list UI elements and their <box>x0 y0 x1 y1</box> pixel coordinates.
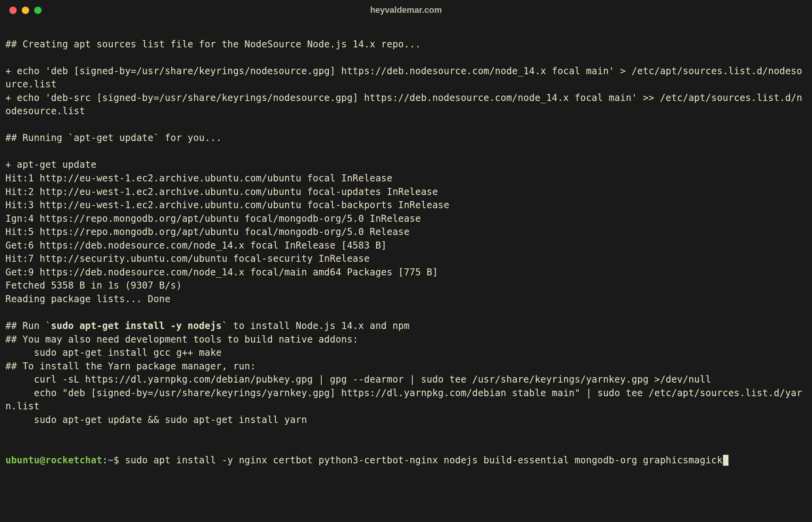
minimize-icon[interactable] <box>22 7 29 14</box>
run-line-suffix: ` to install Node.js 14.x and npm <box>222 320 409 331</box>
prompt-colon: : <box>102 455 108 466</box>
prompt-user-host: ubuntu@rocketchat <box>5 455 102 466</box>
titlebar: heyvaldemar.com <box>0 0 812 20</box>
zoom-icon[interactable] <box>34 7 42 14</box>
terminal-window: heyvaldemar.com ## Creating apt sources … <box>0 0 812 522</box>
run-line-bold: sudo apt-get install -y nodejs <box>51 320 221 331</box>
window-title: heyvaldemar.com <box>0 5 812 15</box>
close-icon[interactable] <box>9 7 17 14</box>
cursor-icon <box>723 455 728 466</box>
terminal-output[interactable]: ## Creating apt sources list file for th… <box>0 20 812 472</box>
post-run-lines: ## You may also need development tools t… <box>5 334 802 425</box>
prompt-dollar: $ <box>113 455 125 466</box>
terminal-lines: ## Creating apt sources list file for th… <box>5 39 802 304</box>
traffic-lights <box>9 7 42 14</box>
prompt-command: sudo apt install -y nginx certbot python… <box>125 455 723 466</box>
run-line-prefix: ## Run ` <box>5 320 51 331</box>
prompt-path: ~ <box>108 455 114 466</box>
